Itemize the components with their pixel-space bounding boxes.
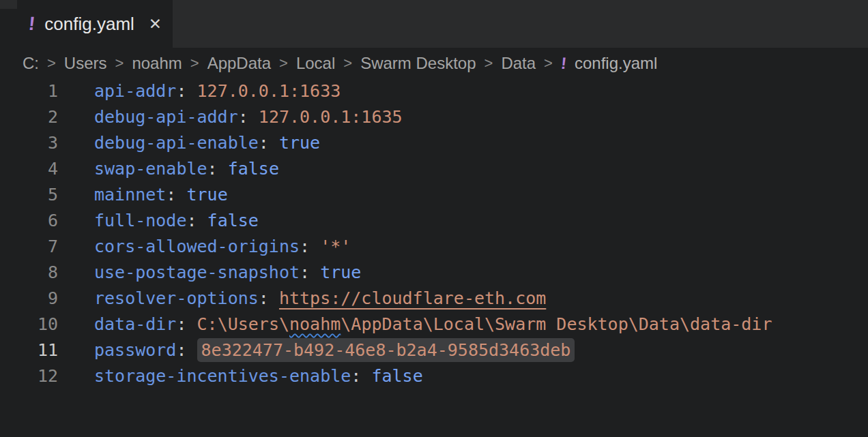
code-line: 7cors-allowed-origins: '*' — [0, 234, 868, 260]
tab-config-yaml[interactable]: ! config.yaml ✕ — [0, 0, 173, 48]
breadcrumb-item[interactable]: C: — [23, 54, 39, 73]
line-number[interactable]: 12 — [0, 363, 58, 389]
code-line: 1api-addr: 127.0.0.1:1633 — [0, 78, 868, 104]
breadcrumb-separator-icon: > — [543, 55, 553, 72]
yaml-value: true — [320, 262, 361, 282]
code-line: 8use-postage-snapshot: true — [0, 260, 868, 286]
line-number[interactable]: 3 — [0, 130, 58, 156]
line-number[interactable]: 6 — [0, 208, 58, 234]
code-line-text: use-postage-snapshot: true — [94, 260, 361, 286]
yaml-key: mainnet — [94, 185, 166, 205]
breadcrumb-item[interactable]: noahm — [132, 54, 182, 73]
code-line: 2debug-api-addr: 127.0.0.1:1635 — [0, 104, 868, 130]
yaml-key: cors-allowed-origins — [94, 237, 300, 256]
yaml-colon: : — [186, 211, 197, 230]
yaml-value: false — [228, 159, 279, 179]
breadcrumb-separator-icon: > — [343, 55, 353, 72]
yaml-value: 127.0.0.1:1635 — [259, 107, 403, 127]
yaml-colon: : — [259, 288, 269, 308]
breadcrumb-item[interactable]: Local — [296, 54, 335, 73]
breadcrumb-item[interactable]: Users — [64, 54, 107, 73]
yaml-key: full-node — [94, 211, 186, 230]
yaml-colon: : — [351, 366, 361, 386]
yaml-colon: : — [259, 133, 269, 153]
yaml-key: debug-api-addr — [94, 107, 238, 127]
code-editor[interactable]: 1api-addr: 127.0.0.1:16332debug-api-addr… — [0, 78, 868, 389]
line-number[interactable]: 11 — [0, 337, 58, 363]
yaml-value-link[interactable]: https://cloudflare-eth.com — [279, 288, 546, 308]
code-line-text: api-addr: 127.0.0.1:1633 — [94, 78, 341, 104]
tab-title: config.yaml — [44, 14, 134, 35]
line-number[interactable]: 8 — [0, 260, 58, 286]
yaml-value: '*' — [320, 237, 351, 256]
code-line-text: swap-enable: false — [94, 156, 279, 182]
yaml-value: \AppData\Local\Swarm Desktop\Data\data-d… — [341, 314, 772, 334]
yaml-colon: : — [176, 314, 186, 334]
code-line-text: cors-allowed-origins: '*' — [94, 234, 351, 260]
code-line-text: mainnet: true — [94, 182, 228, 208]
code-line: 4swap-enable: false — [0, 156, 868, 182]
tabbar-corner — [0, 0, 17, 9]
yaml-file-icon: ! — [560, 54, 567, 73]
line-number[interactable]: 9 — [0, 286, 58, 312]
breadcrumb-item[interactable]: Swarm Desktop — [360, 54, 476, 73]
yaml-key: storage-incentives-enable — [94, 366, 351, 386]
code-line: 5mainnet: true — [0, 182, 868, 208]
code-line-text: password: 8e322477-b492-46e8-b2a4-9585d3… — [94, 337, 575, 363]
yaml-colon: : — [300, 237, 310, 256]
tab-bar: ! config.yaml ✕ — [0, 0, 868, 48]
breadcrumb-item[interactable]: AppData — [207, 54, 271, 73]
line-number[interactable]: 1 — [0, 78, 58, 104]
yaml-value-highlighted: 8e322477-b492-46e8-b2a4-9585d3463deb — [197, 338, 575, 362]
code-line-text: resolver-options: https://cloudflare-eth… — [94, 286, 546, 312]
line-number[interactable]: 2 — [0, 104, 58, 130]
yaml-key: use-postage-snapshot — [94, 262, 300, 282]
yaml-value: 127.0.0.1:1633 — [197, 81, 341, 101]
line-number[interactable]: 10 — [0, 312, 58, 337]
code-line: 12storage-incentives-enable: false — [0, 363, 868, 389]
yaml-value: C:\Users\ — [197, 314, 289, 334]
yaml-key: debug-api-enable — [94, 133, 259, 153]
code-line: 3debug-api-enable: true — [0, 130, 868, 156]
yaml-value: true — [186, 185, 227, 205]
yaml-colon: : — [176, 340, 186, 360]
breadcrumb-separator-icon: > — [115, 55, 125, 72]
breadcrumb-separator-icon: > — [46, 55, 57, 72]
breadcrumb: C:>Users>noahm>AppData>Local>Swarm Deskt… — [0, 48, 868, 78]
breadcrumb-separator-icon: > — [278, 55, 289, 72]
yaml-value: false — [371, 366, 422, 386]
yaml-value: false — [207, 211, 259, 230]
line-number[interactable]: 4 — [0, 156, 58, 182]
yaml-key: swap-enable — [94, 159, 207, 179]
yaml-key: resolver-options — [94, 288, 259, 308]
yaml-value-misspelled: noahm — [289, 314, 341, 334]
code-line: 6full-node: false — [0, 208, 868, 234]
code-line: 10data-dir: C:\Users\noahm\AppData\Local… — [0, 312, 868, 337]
code-line-text: debug-api-addr: 127.0.0.1:1635 — [94, 104, 403, 130]
yaml-key: api-addr — [94, 81, 176, 101]
code-line-text: full-node: false — [94, 208, 259, 234]
yaml-value: true — [279, 133, 320, 153]
close-icon[interactable]: ✕ — [149, 16, 162, 32]
line-number[interactable]: 5 — [0, 182, 58, 208]
breadcrumb-separator-icon: > — [190, 55, 200, 72]
yaml-file-icon: ! — [28, 14, 36, 33]
code-line: 9resolver-options: https://cloudflare-et… — [0, 286, 868, 312]
code-line-text: storage-incentives-enable: false — [94, 363, 423, 389]
yaml-colon: : — [300, 262, 310, 282]
yaml-colon: : — [176, 81, 186, 101]
breadcrumb-file-label: config.yaml — [575, 54, 657, 73]
code-line: 11password: 8e322477-b492-46e8-b2a4-9585… — [0, 337, 868, 363]
yaml-colon: : — [207, 159, 218, 179]
yaml-key: data-dir — [94, 314, 176, 334]
breadcrumb-item[interactable]: Data — [501, 54, 536, 73]
yaml-colon: : — [238, 107, 248, 127]
yaml-key: password — [94, 340, 176, 360]
code-line-text: debug-api-enable: true — [94, 130, 320, 156]
line-number[interactable]: 7 — [0, 234, 58, 260]
breadcrumb-file[interactable]: !config.yaml — [561, 54, 657, 73]
yaml-colon: : — [166, 185, 176, 205]
code-line-text: data-dir: C:\Users\noahm\AppData\Local\S… — [94, 312, 772, 337]
breadcrumb-separator-icon: > — [484, 55, 494, 72]
